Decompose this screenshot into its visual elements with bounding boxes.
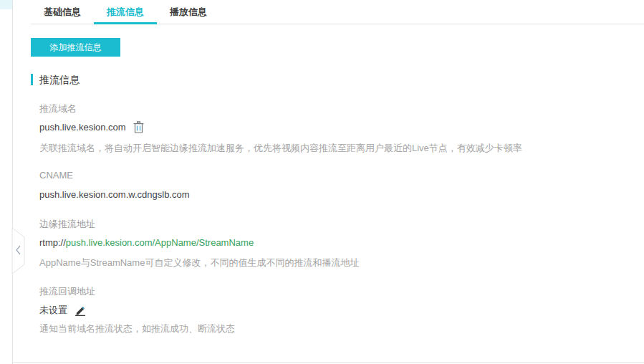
sidebar-collapse-handle[interactable] (11, 225, 26, 277)
edge-push-url-scheme: rtmp:// (39, 237, 66, 248)
push-domain-value-row: push.live.kesion.com (39, 121, 144, 133)
trash-icon (133, 121, 144, 133)
tab-bar: 基础信息 推流信息 播放信息 (31, 0, 644, 24)
cname-label: CNAME (39, 170, 73, 181)
section-title: 推流信息 (31, 74, 80, 85)
sidebar-divider (12, 0, 13, 364)
tab-basic-info[interactable]: 基础信息 (31, 0, 94, 24)
tab-push-info[interactable]: 推流信息 (94, 0, 157, 24)
delete-domain-button[interactable] (133, 121, 144, 133)
add-push-info-button[interactable]: 添加推流信息 (31, 38, 120, 57)
push-domain-description: 关联推流域名，将自动开启智能边缘推流加速服务，优先将视频内容推流至距离用户最近的… (39, 142, 522, 155)
edit-callback-button[interactable] (75, 305, 86, 316)
callback-url-description: 通知当前域名推流状态，如推流成功、断流状态 (39, 322, 235, 335)
callback-url-label: 推流回调地址 (39, 285, 95, 298)
tab-play-info[interactable]: 播放信息 (157, 0, 220, 24)
content-bottom-divider (12, 362, 644, 363)
callback-url-value: 未设置 (39, 304, 67, 317)
push-domain-value: push.live.kesion.com (39, 122, 126, 133)
sidebar-remnant (0, 0, 12, 9)
edge-push-url-link[interactable]: push.live.kesion.com/AppName/StreamName (66, 237, 254, 248)
push-domain-label: 推流域名 (39, 102, 77, 115)
edge-push-url-label: 边缘推流地址 (39, 218, 95, 231)
edge-push-url-value-row: rtmp://push.live.kesion.com/AppName/Stre… (39, 237, 254, 248)
edit-icon (75, 305, 86, 316)
callback-url-value-row: 未设置 (39, 304, 86, 317)
chevron-left-icon (11, 225, 26, 277)
cname-value: push.live.kesion.com.w.cdngslb.com (39, 189, 190, 200)
edge-push-url-description: AppName与StreamName可自定义修改，不同的值生成不同的推流和播流地… (39, 257, 359, 269)
